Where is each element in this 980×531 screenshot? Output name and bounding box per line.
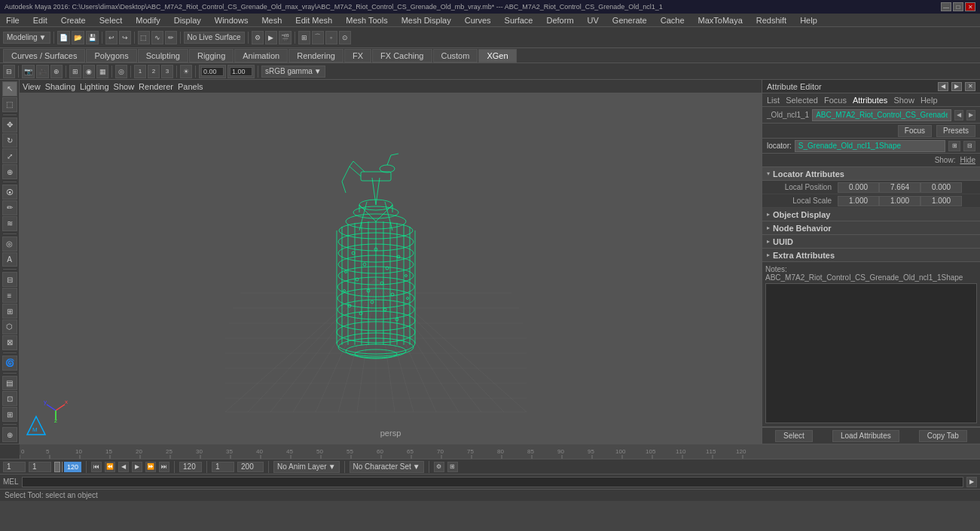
tb-render-settings[interactable]: ⚙ <box>252 31 264 44</box>
maximize-button[interactable]: □ <box>953 2 963 11</box>
tab-rendering[interactable]: Rendering <box>289 49 343 63</box>
menu-mesh[interactable]: Mesh <box>258 14 285 26</box>
node-nav-next[interactable]: ▶ <box>966 110 975 121</box>
tb-undo[interactable]: ↩ <box>105 31 118 44</box>
pb-play-fwd[interactable]: ▶ <box>132 462 142 472</box>
tb-snap-point[interactable]: ◦ <box>325 31 337 44</box>
tool-snap[interactable]: ◎ <box>2 237 17 252</box>
vp-menu-renderer[interactable]: Renderer <box>139 82 173 91</box>
tool-anim-layers[interactable]: ⊞ <box>2 407 17 422</box>
tab-xgen[interactable]: XGen <box>478 49 516 63</box>
menu-modify[interactable]: Modify <box>133 14 163 26</box>
pb-step-back[interactable]: ⏪ <box>105 462 115 472</box>
tool-rotate[interactable]: ↻ <box>2 133 17 148</box>
tool-layers[interactable]: ▤ <box>2 376 17 391</box>
tool-select[interactable]: ↖ <box>2 81 17 96</box>
start-frame-field[interactable] <box>3 462 26 472</box>
locator-btn-2[interactable]: ⊟ <box>963 141 975 151</box>
tab-fx[interactable]: FX <box>344 49 371 63</box>
menu-help[interactable]: Help <box>797 14 820 26</box>
tb-smooth[interactable]: ◉ <box>83 65 95 78</box>
tb-select[interactable]: ⬚ <box>138 31 150 44</box>
section-node-behavior[interactable]: ▸ Node Behavior <box>762 221 980 235</box>
tool-move[interactable]: ✥ <box>2 117 17 133</box>
tool-lasso[interactable]: ⬚ <box>2 97 17 112</box>
menu-windows[interactable]: Windows <box>212 14 252 26</box>
tb-snap-grid[interactable]: ⊞ <box>298 31 310 44</box>
attr-value-ls-z[interactable]: 1.000 <box>920 196 962 206</box>
tool-annotate[interactable]: A <box>2 252 17 267</box>
vp-menu-lighting[interactable]: Lighting <box>80 82 109 91</box>
vp-menu-show[interactable]: Show <box>114 82 135 91</box>
pb-skip-end[interactable]: ⏭ <box>159 462 169 472</box>
copy-tab-button[interactable]: Copy Tab <box>919 430 967 442</box>
tb-cam3[interactable]: ⊕ <box>50 65 63 78</box>
minimize-button[interactable]: — <box>941 2 951 11</box>
tb-paint[interactable]: ✏ <box>165 31 177 44</box>
menu-file[interactable]: File <box>3 14 23 26</box>
node-nav-prev[interactable]: ◀ <box>954 110 963 121</box>
max-frame-end-input[interactable] <box>241 462 264 471</box>
menu-select[interactable]: Select <box>96 14 126 26</box>
tb-high[interactable]: 3 <box>161 65 173 78</box>
menu-display[interactable]: Display <box>171 14 204 26</box>
menu-generate[interactable]: Generate <box>609 14 650 26</box>
tool-display-layers[interactable]: ⊡ <box>2 391 17 406</box>
load-attributes-button[interactable]: Load Attributes <box>832 430 899 442</box>
menu-create[interactable]: Create <box>58 14 89 26</box>
pb-options[interactable]: ⊞ <box>447 462 458 472</box>
presets-button[interactable]: Presets <box>936 125 975 137</box>
tool-uv[interactable]: ⊠ <box>2 335 17 350</box>
attr-editor-collapse[interactable]: ◀ <box>938 82 948 91</box>
attr-tab-show[interactable]: Show <box>893 96 914 105</box>
tab-fx-caching[interactable]: FX Caching <box>372 49 432 63</box>
tb-cam1[interactable]: 📷 <box>22 65 35 78</box>
close-button[interactable]: ✕ <box>965 2 975 11</box>
start-frame-input[interactable] <box>7 462 26 471</box>
mode-dropdown[interactable]: Modeling ▼ <box>3 32 50 44</box>
tb-ipr[interactable]: 🎬 <box>279 31 292 44</box>
max-frame-field[interactable] <box>212 462 234 472</box>
tb-lasso[interactable]: ∿ <box>151 31 163 44</box>
tb-open[interactable]: 📂 <box>72 31 84 44</box>
max-frame-input[interactable] <box>215 462 234 471</box>
tb-scale-input[interactable] <box>227 65 255 78</box>
nolive-dropdown[interactable]: No Live Surface <box>184 32 245 44</box>
vp-menu-view[interactable]: View <box>23 82 41 91</box>
end-frame-input[interactable] <box>183 462 202 471</box>
tool-soft[interactable]: ⦿ <box>2 185 17 200</box>
tab-sculpting[interactable]: Sculpting <box>138 49 188 63</box>
tab-rigging[interactable]: Rigging <box>189 49 234 63</box>
menu-deform[interactable]: Deform <box>543 14 576 26</box>
mel-input[interactable] <box>22 477 963 487</box>
menu-redshift[interactable]: Redshift <box>753 14 789 26</box>
focus-button[interactable]: Focus <box>898 125 932 137</box>
menu-surface[interactable]: Surface <box>502 14 536 26</box>
attr-value-lp-y[interactable]: 7.664 <box>879 182 920 193</box>
pb-step-fwd[interactable]: ⏩ <box>145 462 156 472</box>
tab-animation[interactable]: Animation <box>234 49 288 63</box>
attr-value-lp-z[interactable]: 0.000 <box>920 182 962 193</box>
notes-textarea[interactable] <box>765 283 977 423</box>
tb-snap-view[interactable]: ⊙ <box>339 31 351 44</box>
tb-view-short[interactable]: ⊟ <box>3 65 15 78</box>
tool-paint[interactable]: ✏ <box>2 200 17 215</box>
tb-texture[interactable]: ▦ <box>96 65 108 78</box>
tool-graph[interactable]: ⊞ <box>2 304 17 319</box>
tb-save[interactable]: 💾 <box>86 31 99 44</box>
tab-polygons[interactable]: Polygons <box>86 49 136 63</box>
current-frame-input[interactable] <box>32 462 51 471</box>
attr-tab-attributes[interactable]: Attributes <box>853 96 887 105</box>
tab-custom[interactable]: Custom <box>433 49 478 63</box>
menu-edit[interactable]: Edit <box>30 14 50 26</box>
vp-menu-shading[interactable]: Shading <box>45 82 75 91</box>
tb-redo[interactable]: ↪ <box>119 31 131 44</box>
scale-input[interactable] <box>230 67 252 76</box>
tb-snap-curve[interactable]: ⌒ <box>312 31 324 44</box>
attr-tab-list[interactable]: List <box>767 96 780 105</box>
hide-link[interactable]: Hide <box>960 156 975 164</box>
tool-xgen[interactable]: 🌀 <box>2 356 17 371</box>
menu-mesh-tools[interactable]: Mesh Tools <box>343 14 390 26</box>
tool-hypershade[interactable]: ⬡ <box>2 319 17 334</box>
attr-editor-close[interactable]: ✕ <box>965 82 975 91</box>
